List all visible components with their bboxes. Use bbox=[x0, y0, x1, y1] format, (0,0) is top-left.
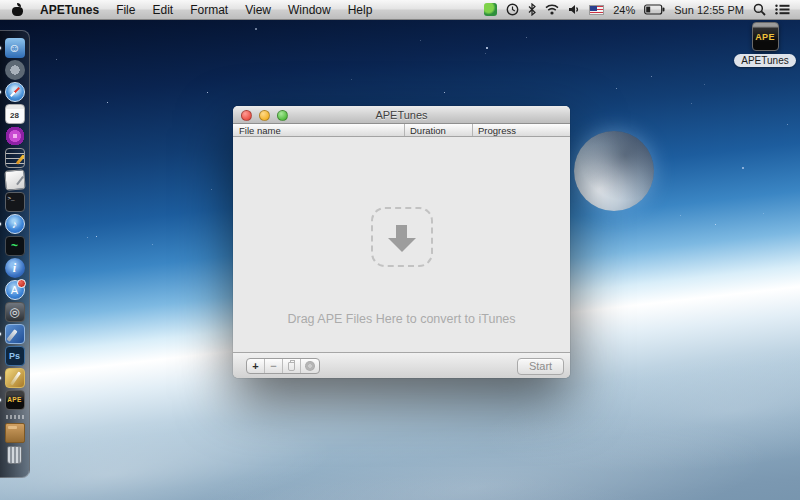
menu-list-icon[interactable] bbox=[775, 4, 790, 15]
star bbox=[485, 53, 486, 54]
app-store-icon: A bbox=[5, 280, 25, 300]
minimize-button[interactable] bbox=[259, 110, 270, 121]
minus-icon: − bbox=[270, 360, 276, 372]
dock-item-photoshop[interactable]: Ps bbox=[4, 346, 26, 366]
desktop: ☺28>_♪~iA◎PsAPE APE APETunes APETunes Fi… bbox=[0, 0, 800, 500]
running-indicator bbox=[0, 333, 1, 336]
window-titlebar[interactable]: APETunes bbox=[233, 106, 570, 124]
star bbox=[420, 40, 421, 41]
drop-zone[interactable] bbox=[371, 207, 433, 267]
star bbox=[704, 84, 705, 85]
running-indicator bbox=[0, 91, 1, 94]
add-files-button[interactable]: + bbox=[247, 359, 265, 373]
dock-item-textedit[interactable] bbox=[4, 148, 26, 168]
status-app-icon[interactable] bbox=[484, 3, 497, 16]
dock-item-mail-note[interactable] bbox=[4, 170, 26, 190]
desktop-icon-apetunes[interactable]: APE APETunes bbox=[738, 22, 792, 67]
menu-file[interactable]: File bbox=[116, 3, 135, 17]
dock-item-activity-monitor[interactable]: ~ bbox=[4, 236, 26, 256]
dock-item-aperture[interactable]: ◎ bbox=[4, 302, 26, 322]
activity-monitor-icon: ~ bbox=[5, 236, 25, 256]
dock-item-iphoto-flower[interactable] bbox=[4, 126, 26, 146]
download-arrow-icon bbox=[388, 225, 416, 252]
menu-bar-clock[interactable]: Sun 12:55 PM bbox=[674, 4, 744, 16]
column-duration[interactable]: Duration bbox=[410, 125, 446, 136]
iphoto-flower-icon bbox=[5, 126, 25, 146]
file-list-area[interactable]: Drag APE Files Here to convert to iTunes bbox=[233, 137, 570, 352]
gear-icon bbox=[305, 361, 315, 371]
dock-item-itunes[interactable]: ♪ bbox=[4, 214, 26, 234]
dock-item-calendar[interactable]: 28 bbox=[4, 104, 26, 124]
column-progress[interactable]: Progress bbox=[478, 125, 516, 136]
menu-view[interactable]: View bbox=[245, 3, 271, 17]
star bbox=[444, 92, 445, 93]
running-indicator bbox=[0, 377, 1, 380]
downloads-icon bbox=[5, 423, 25, 443]
start-button-label: Start bbox=[529, 360, 552, 372]
spotlight-icon[interactable] bbox=[753, 3, 766, 16]
remove-files-button[interactable]: − bbox=[265, 359, 283, 373]
wifi-icon[interactable] bbox=[545, 4, 559, 15]
star bbox=[351, 79, 352, 80]
menu-bar: APETunesFileEditFormatViewWindowHelp 24%… bbox=[0, 0, 800, 20]
apetunes-app-icon: APE bbox=[752, 22, 779, 51]
settings-button[interactable] bbox=[301, 359, 319, 373]
moon bbox=[574, 131, 654, 211]
mail-note-icon bbox=[4, 169, 25, 190]
volume-icon[interactable] bbox=[568, 4, 580, 15]
dock-item-xcode[interactable] bbox=[4, 324, 26, 344]
segmented-control: + − bbox=[246, 358, 320, 374]
traffic-lights bbox=[233, 110, 288, 121]
running-indicator bbox=[0, 399, 1, 402]
star bbox=[87, 237, 88, 238]
menu-format[interactable]: Format bbox=[190, 3, 228, 17]
zoom-button[interactable] bbox=[277, 110, 288, 121]
star bbox=[680, 215, 681, 216]
dock-separator bbox=[5, 414, 25, 419]
star bbox=[691, 103, 692, 104]
apetunes-icon-badge: APE bbox=[755, 32, 775, 42]
column-divider[interactable] bbox=[404, 124, 405, 136]
column-divider[interactable] bbox=[472, 124, 473, 136]
bluetooth-icon[interactable] bbox=[528, 3, 536, 16]
calendar-icon: 28 bbox=[5, 104, 25, 124]
dock-item-finder[interactable]: ☺ bbox=[4, 38, 26, 58]
menu-edit[interactable]: Edit bbox=[152, 3, 173, 17]
clear-list-button[interactable] bbox=[283, 359, 301, 373]
menu-apetunes[interactable]: APETunes bbox=[40, 3, 99, 17]
trash-icon bbox=[288, 362, 295, 371]
list-header: File name Duration Progress bbox=[233, 124, 570, 137]
safari-icon bbox=[5, 82, 25, 102]
launchpad-icon bbox=[5, 60, 25, 80]
menu-items: APETunesFileEditFormatViewWindowHelp bbox=[40, 3, 372, 17]
star bbox=[56, 59, 57, 60]
desktop-icon-label: APETunes bbox=[734, 54, 795, 67]
dock-item-trash[interactable] bbox=[4, 445, 26, 465]
dock-item-downloads[interactable] bbox=[4, 423, 26, 443]
dock-item-app-store[interactable]: A bbox=[4, 280, 26, 300]
apple-menu-icon[interactable] bbox=[12, 4, 23, 16]
time-machine-icon[interactable] bbox=[506, 3, 519, 16]
dock-item-launchpad[interactable] bbox=[4, 60, 26, 80]
star bbox=[763, 213, 764, 214]
menu-help[interactable]: Help bbox=[348, 3, 373, 17]
dock-item-safari[interactable] bbox=[4, 82, 26, 102]
star bbox=[742, 167, 744, 169]
menu-window[interactable]: Window bbox=[288, 3, 331, 17]
dock-item-info-app[interactable]: i bbox=[4, 258, 26, 278]
xcode-icon bbox=[5, 324, 25, 344]
dock-item-terminal[interactable]: >_ bbox=[4, 192, 26, 212]
column-file-name[interactable]: File name bbox=[239, 125, 281, 136]
battery-icon[interactable] bbox=[644, 4, 665, 15]
trash-icon bbox=[7, 446, 22, 464]
textedit-icon bbox=[5, 148, 25, 168]
itunes-icon: ♪ bbox=[5, 214, 25, 234]
start-button[interactable]: Start bbox=[517, 358, 564, 375]
input-source-flag-icon[interactable] bbox=[589, 5, 604, 15]
star bbox=[96, 236, 97, 237]
running-indicator bbox=[0, 47, 1, 50]
dock-item-image-tool[interactable] bbox=[4, 368, 26, 388]
close-button[interactable] bbox=[241, 110, 252, 121]
apetunes-icon: APE bbox=[5, 390, 25, 410]
dock-item-apetunes[interactable]: APE bbox=[4, 390, 26, 410]
